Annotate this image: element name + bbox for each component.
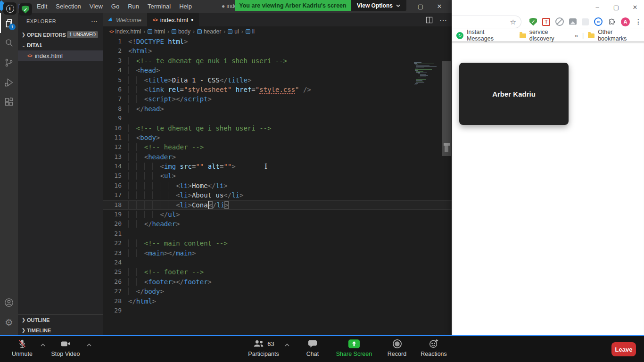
menu-help[interactable]: Help: [175, 0, 196, 13]
code-line-14[interactable]: 14 <img src="" alt="">: [103, 162, 452, 171]
profile-avatar[interactable]: A: [621, 17, 630, 26]
participants-options-chevron[interactable]: [285, 344, 289, 346]
mic-options-chevron[interactable]: [41, 344, 45, 346]
code-line-19[interactable]: 19 </ul>: [103, 210, 452, 219]
unmute-button[interactable]: Unmute: [7, 338, 38, 357]
bookmarks-overflow-icon[interactable]: »: [575, 32, 578, 39]
share-screen-icon: [348, 338, 360, 349]
code-line-26[interactable]: 26 <footer></footer>: [103, 277, 452, 287]
code-line-27[interactable]: 27 </body>: [103, 287, 452, 296]
menu-run[interactable]: Run: [124, 0, 143, 13]
code-line-7[interactable]: 7 <script></script>: [103, 94, 452, 104]
file-index-html[interactable]: <> index.html: [18, 50, 103, 61]
antivirus-overlay-icon[interactable]: ✓: [19, 3, 32, 16]
breadcrumb-ul[interactable]: ul: [228, 28, 239, 35]
code-line-20[interactable]: 20 </header>: [103, 219, 452, 229]
code-line-6[interactable]: 6 <link rel="stylesheet" href="style.css…: [103, 85, 452, 94]
code-line-28[interactable]: 28</html>: [103, 296, 452, 306]
menu-go[interactable]: Go: [107, 0, 124, 13]
accounts-icon[interactable]: [0, 293, 18, 313]
vpn-infinity-icon[interactable]: ∞: [594, 17, 603, 26]
share-screen-button[interactable]: Share Screen: [335, 338, 373, 357]
code-line-1[interactable]: 1<!DOCTYPE html>: [103, 37, 452, 46]
photos-extension-icon[interactable]: [569, 18, 577, 25]
t-extension-icon[interactable]: T: [542, 18, 550, 26]
minimize-button[interactable]: –: [588, 4, 607, 11]
maximize-button[interactable]: ▢: [607, 4, 626, 11]
adblock-shield-icon[interactable]: ✓: [529, 18, 537, 26]
info-overlay-icon[interactable]: i: [3, 2, 17, 15]
record-button[interactable]: Record: [384, 338, 410, 357]
code-line-24[interactable]: 24: [103, 258, 452, 267]
breadcrumb-index.html[interactable]: <>index.html: [109, 28, 141, 35]
close-button[interactable]: ✕: [430, 0, 449, 13]
explorer-icon[interactable]: 1: [0, 13, 18, 33]
breadcrumb-html[interactable]: html: [148, 28, 165, 35]
participant-video-tile[interactable]: Arber Kadriu: [459, 63, 569, 125]
code-line-18[interactable]: 18 <li>Cona</li>: [103, 200, 452, 210]
bookmark-other-bookmarks[interactable]: Other bookmarks: [598, 29, 640, 42]
blocked-circle-icon[interactable]: [555, 17, 564, 26]
search-icon[interactable]: [0, 33, 18, 53]
chat-button[interactable]: Chat: [300, 338, 325, 357]
code-editor[interactable]: 1<!DOCTYPE html>2<html>3 <!-- te dhenat …: [103, 37, 452, 335]
breadcrumb-body[interactable]: body: [172, 28, 190, 35]
code-line-11[interactable]: 11 <body>: [103, 133, 452, 142]
tab-index-html[interactable]: <> index.html ●: [147, 13, 199, 26]
tab-welcome[interactable]: Welcome: [103, 13, 147, 26]
explorer-more-icon[interactable]: ⋯: [91, 17, 98, 25]
modified-dot-icon[interactable]: ●: [191, 17, 193, 22]
menu-edit[interactable]: Edit: [33, 0, 51, 13]
minimap[interactable]: [414, 62, 440, 86]
code-line-21[interactable]: 21: [103, 229, 452, 239]
bookmark-service-discovery[interactable]: service discovery: [529, 29, 571, 42]
address-bar[interactable]: ☆: [452, 16, 521, 28]
bookmark-instant-messages[interactable]: Instant Messages: [467, 29, 510, 42]
bookmark-star-icon[interactable]: ☆: [510, 18, 516, 26]
view-options-button[interactable]: View Options: [351, 0, 406, 11]
code-line-8[interactable]: 8 </head>: [103, 104, 452, 114]
faded-extension-icon[interactable]: [582, 18, 589, 25]
code-line-4[interactable]: 4 <head>: [103, 66, 452, 75]
code-line-16[interactable]: 16 <li>Home</li>: [103, 181, 452, 190]
code-line-13[interactable]: 13 <header>: [103, 152, 452, 162]
outline-section[interactable]: ❯ OUTLINE: [18, 314, 103, 325]
extensions-puzzle-icon[interactable]: [608, 18, 616, 26]
more-actions-icon[interactable]: ⋯: [439, 16, 447, 25]
leave-button[interactable]: Leave: [611, 342, 636, 356]
participants-button[interactable]: 63 Participants: [245, 338, 282, 357]
video-options-chevron[interactable]: [87, 344, 91, 346]
breadcrumb-header[interactable]: header: [197, 28, 221, 35]
run-debug-icon[interactable]: [0, 73, 18, 92]
settings-gear-icon[interactable]: ⚙: [0, 313, 18, 332]
code-line-2[interactable]: 2<html>: [103, 46, 452, 56]
code-line-22[interactable]: 22 <!-- main content -->: [103, 239, 452, 248]
menu-terminal[interactable]: Terminal: [143, 0, 175, 13]
menu-view[interactable]: View: [85, 0, 107, 13]
maximize-button[interactable]: ▢: [411, 0, 430, 13]
open-editors-section[interactable]: ❯ OPEN EDITORS 1 UNSAVED: [18, 29, 103, 40]
code-line-15[interactable]: 15 <ul>: [103, 171, 452, 181]
stop-video-button[interactable]: Stop Video: [49, 338, 82, 357]
code-line-10[interactable]: 10 <!-- te dhenat qe i sheh useri -->: [103, 123, 452, 133]
scrollbar-thumb[interactable]: [445, 146, 448, 152]
code-line-29[interactable]: 29: [103, 306, 452, 315]
close-button[interactable]: ✕: [626, 4, 644, 11]
reactions-button[interactable]: Reactions: [419, 338, 449, 357]
source-control-icon[interactable]: [0, 53, 18, 73]
code-line-5[interactable]: 5 <title>Dita 1 - CSS</title>: [103, 75, 452, 85]
timeline-section[interactable]: ❯ TIMELINE: [18, 325, 103, 335]
folder-dita1[interactable]: ⌄ DITA1: [18, 40, 103, 50]
split-editor-icon[interactable]: [426, 16, 433, 24]
code-line-9[interactable]: 9: [103, 114, 452, 123]
code-line-12[interactable]: 12 <!-- header -->: [103, 142, 452, 152]
browser-menu-icon[interactable]: ⋮: [635, 18, 642, 25]
breadcrumb-li[interactable]: li: [246, 28, 255, 35]
menu-selection[interactable]: Selection: [51, 0, 85, 13]
scrollbar[interactable]: [442, 61, 451, 156]
extensions-icon[interactable]: [0, 92, 18, 112]
code-line-17[interactable]: 17 <li>About us</li>: [103, 190, 452, 200]
code-line-3[interactable]: 3 <!-- te dhenat qe nuk i sheh useri -->: [103, 56, 452, 66]
code-line-25[interactable]: 25 <!-- footer -->: [103, 267, 452, 277]
code-line-23[interactable]: 23 <main></main>: [103, 248, 452, 258]
